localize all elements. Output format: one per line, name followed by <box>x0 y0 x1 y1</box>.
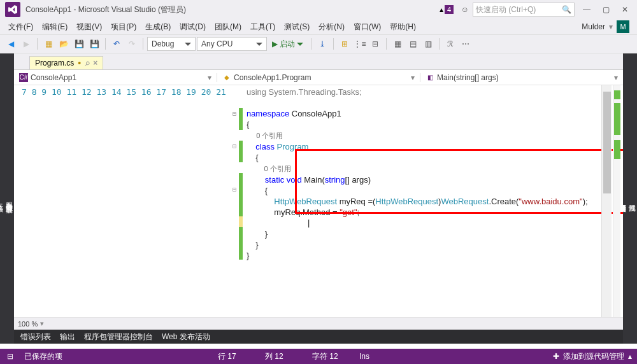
status-bar: ⊟ 已保存的项 行 17 列 12 字符 12 Ins ✚ 添加到源代码管理 ▴ <box>0 349 637 364</box>
plus-icon[interactable]: ✚ <box>553 352 559 361</box>
menu-file[interactable]: 文件(F) <box>4 22 38 32</box>
tool-button-4[interactable]: ▦ <box>390 37 404 51</box>
menu-window[interactable]: 窗口(W) <box>349 22 385 32</box>
status-line: 行 17 <box>218 351 256 362</box>
tool-button-3[interactable]: ⊟ <box>368 37 382 51</box>
class-icon: ◆ <box>222 73 231 82</box>
file-tab-name: Program.cs <box>35 59 74 67</box>
play-icon: ▶ <box>272 39 278 48</box>
tool-button-1[interactable]: ⊞ <box>338 37 352 51</box>
menu-edit[interactable]: 编辑(E) <box>38 22 72 32</box>
menu-debug[interactable]: 调试(D) <box>175 22 210 32</box>
undo-button[interactable]: ↶ <box>110 37 124 51</box>
properties-tab[interactable]: 属性 <box>627 197 637 202</box>
save-all-button[interactable]: 💾 <box>87 37 101 51</box>
chevron-down-icon[interactable]: ▾ <box>40 319 44 328</box>
menu-tools[interactable]: 工具(T) <box>246 22 280 32</box>
nav-back-button[interactable]: ◀ <box>4 37 18 51</box>
redo-button[interactable]: ↷ <box>125 37 139 51</box>
tab-package-console[interactable]: 程序包管理器控制台 <box>84 332 153 342</box>
tool-button-2[interactable]: ⋮≡ <box>353 37 367 51</box>
server-explorer-tab[interactable]: 服务器资源管理器 <box>4 194 14 204</box>
main-toolbar: ◀ ▶ ▦ 📂 💾 💾 ↶ ↷ Debug Any CPU ▶ 启动 ⤓ ⊞ ⋮… <box>0 34 637 53</box>
status-scm[interactable]: 添加到源代码管理 <box>563 351 624 362</box>
notification-count: 4 <box>445 5 454 14</box>
tab-error-list[interactable]: 错误列表 <box>20 332 51 342</box>
window-title: ConsoleApp1 - Microsoft Visual Studio (管… <box>25 4 186 15</box>
chevron-down-icon: ▾ <box>411 73 415 82</box>
chevron-down-icon[interactable]: ▾ <box>609 22 613 31</box>
vertical-scrollbar[interactable] <box>601 85 612 317</box>
open-button[interactable]: 📂 <box>57 37 71 51</box>
start-label: 启动 <box>280 39 295 50</box>
minimize-button[interactable]: — <box>577 2 596 17</box>
nav-method: Main(string[] args) <box>437 73 499 82</box>
source-text[interactable]: using System.Threading.Tasks; namespace … <box>243 85 623 317</box>
editor-footer: 100 % ▾ <box>14 317 623 330</box>
left-tool-rail: 服务器资源管理器 工具箱 <box>0 53 14 344</box>
menu-analyze[interactable]: 分析(N) <box>314 22 349 32</box>
title-bar: ConsoleApp1 - Microsoft Visual Studio (管… <box>0 0 637 19</box>
nav-class-combo[interactable]: ◆ ConsoleApp1.Program ▾ <box>217 73 420 82</box>
save-button[interactable]: 💾 <box>72 37 86 51</box>
platform-combo[interactable]: Any CPU <box>197 37 267 51</box>
search-icon: 🔍 <box>562 5 571 14</box>
line-numbers: 7 8 9 10 11 12 13 14 15 16 17 18 19 20 2… <box>14 85 230 317</box>
vs-logo <box>5 2 20 17</box>
tool-button-6[interactable]: ▥ <box>421 37 435 51</box>
menu-test[interactable]: 测试(S) <box>280 22 314 32</box>
menu-help[interactable]: 帮助(H) <box>385 22 420 32</box>
tool-button-8[interactable]: ⋯ <box>459 37 473 51</box>
notification-flag[interactable]: ▴ 4 <box>440 5 454 14</box>
start-debug-button[interactable]: ▶ 启动 <box>268 39 307 50</box>
user-avatar[interactable]: M <box>617 20 629 33</box>
user-name[interactable]: Mulder <box>582 22 605 31</box>
csharp-icon: C# <box>19 73 28 82</box>
quick-launch-placeholder: 快速启动 (Ctrl+Q) <box>476 4 536 15</box>
status-char: 字符 12 <box>312 351 350 362</box>
step-button[interactable]: ⤓ <box>315 37 329 51</box>
pin-icon[interactable]: ⚲ <box>83 59 91 67</box>
tool-button-5[interactable]: ▤ <box>406 37 420 51</box>
code-nav-bar: C# ConsoleApp1 ▾ ◆ ConsoleApp1.Program ▾… <box>14 70 623 85</box>
chevron-down-icon: ▾ <box>208 73 211 82</box>
new-project-button[interactable]: ▦ <box>41 37 55 51</box>
menu-project[interactable]: 项目(P) <box>106 22 141 32</box>
menu-bar: 文件(F) 编辑(E) 视图(V) 项目(P) 生成(B) 调试(D) 团队(M… <box>0 19 637 34</box>
editor-area: Program.cs • ⚲ × C# ConsoleApp1 ▾ ◆ Cons… <box>14 53 623 344</box>
flag-icon: ▴ <box>440 5 443 14</box>
status-saved: 已保存的项 <box>24 351 62 362</box>
toolbox-tab[interactable]: 工具箱 <box>0 196 4 203</box>
chevron-down-icon: ▾ <box>614 73 618 82</box>
feedback-icon[interactable]: ☺ <box>457 2 473 17</box>
close-button[interactable]: ✕ <box>615 2 634 17</box>
editor-tabs: Program.cs • ⚲ × <box>14 53 623 70</box>
nav-class: ConsoleApp1.Program <box>234 73 311 82</box>
nav-method-combo[interactable]: ◧ Main(string[] args) ▾ <box>420 73 623 82</box>
maximize-button[interactable]: ▢ <box>596 2 615 17</box>
tab-web-publish[interactable]: Web 发布活动 <box>162 332 210 342</box>
right-tool-rail: 属性 解决方案资源管理器 团队资源管理器 <box>623 53 637 344</box>
nav-fwd-button[interactable]: ▶ <box>19 37 33 51</box>
overview-ruler[interactable] <box>613 85 620 317</box>
menu-view[interactable]: 视图(V) <box>72 22 106 32</box>
status-icon: ⊟ <box>5 352 15 361</box>
status-ins: Ins <box>359 352 397 361</box>
quick-launch-input[interactable]: 快速启动 (Ctrl+Q) 🔍 <box>473 3 575 17</box>
menu-build[interactable]: 生成(B) <box>141 22 175 32</box>
close-tab-icon[interactable]: × <box>93 59 97 67</box>
nav-project-combo[interactable]: C# ConsoleApp1 ▾ <box>14 73 217 82</box>
code-editor[interactable]: 7 8 9 10 11 12 13 14 15 16 17 18 19 20 2… <box>14 85 623 317</box>
tab-output[interactable]: 输出 <box>60 332 75 342</box>
zoom-combo[interactable]: 100 % <box>18 320 38 328</box>
file-tab-program[interactable]: Program.cs • ⚲ × <box>29 56 103 69</box>
chevron-down-icon <box>297 43 303 46</box>
status-col: 列 12 <box>265 351 303 362</box>
dirty-indicator-icon: • <box>78 60 81 66</box>
bottom-panel-tabs: 错误列表 输出 程序包管理器控制台 Web 发布活动 <box>14 330 623 344</box>
tool-button-7[interactable]: ℛ <box>443 37 457 51</box>
menu-team[interactable]: 团队(M) <box>210 22 246 32</box>
fold-gutter[interactable]: ⊟⊟⊟ <box>230 85 239 317</box>
chevron-up-icon[interactable]: ▴ <box>628 352 632 361</box>
config-combo[interactable]: Debug <box>147 37 196 51</box>
